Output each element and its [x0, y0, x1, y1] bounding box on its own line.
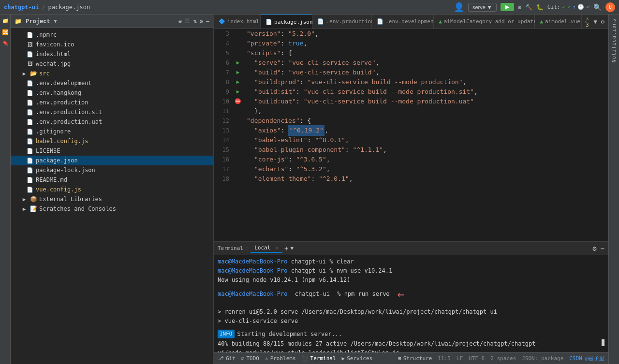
terminal-line [218, 326, 604, 330]
list-item[interactable]: 📄 README.md [11, 175, 213, 185]
git-tool-item[interactable]: ⎇ Git [218, 355, 236, 362]
list-item[interactable]: 📄 .gitignore [11, 127, 213, 136]
user-avatar-circle: U [605, 2, 615, 12]
debug-icon[interactable]: 🐛 [536, 4, 544, 11]
file-format: JSON: package [522, 355, 563, 362]
tab-env-production[interactable]: 📄 .env.production ✕ [312, 15, 372, 29]
list-item[interactable]: 📄 .env.production.sit [11, 107, 213, 117]
scratches-icon: 📝 [30, 205, 37, 212]
terminal-colon: : [245, 245, 249, 252]
sidebar-commit-icon[interactable]: 🔀 [2, 28, 8, 38]
list-item[interactable]: 📄 .env.production [11, 98, 213, 107]
terminal-dropdown-icon[interactable]: ▼ [290, 245, 294, 251]
list-item[interactable]: 🖼 wechat.jpg [11, 59, 213, 69]
list-item[interactable]: 📄 index.html [11, 49, 213, 59]
close-local-tab[interactable]: ✕ [276, 245, 279, 250]
editor-content: 3 4 5 6 7 8 9 10 11 12 13 14 15 16 17 18 [214, 29, 608, 241]
run-gutter-7[interactable]: ▶ [233, 68, 243, 77]
tab-package-json[interactable]: 📄 package.json ✕ [261, 15, 312, 29]
todo-icon: ☑ [241, 355, 245, 362]
list-item[interactable]: 📄 .env.hangkong [11, 88, 213, 98]
search-icon[interactable]: 🔍 [593, 3, 602, 11]
add-terminal-icon[interactable]: + [284, 245, 288, 252]
ext-libraries-icon: 📦 [30, 196, 37, 203]
list-item[interactable]: 🖼 favicon.ico [11, 40, 213, 49]
serve-button[interactable]: serve ▼ [468, 3, 497, 12]
run-gutter-8[interactable]: ▶ [233, 77, 243, 87]
tab-ai-model-category[interactable]: ▲ aiModelCategory-add-or-update.vue ✕ [434, 15, 535, 29]
terminal-line: > renren-ui@5.2.0 serve /Users/mac/Deskt… [218, 307, 604, 317]
tab-bar: 🔷 index.html ✕ 📄 package.json ✕ 📄 .env.p… [214, 15, 608, 29]
list-item[interactable]: 📄 package-lock.json [11, 165, 213, 175]
terminal-tool-item[interactable]: ⬛ Terminal [302, 355, 336, 362]
project-title: Project [26, 18, 50, 25]
file-icon: 📄 [26, 119, 34, 125]
env-file-icon: 📄 [317, 18, 324, 25]
tab-index-html[interactable]: 🔷 index.html ✕ [214, 15, 261, 29]
warn-gutter-10[interactable]: ⛔ [233, 97, 243, 106]
services-icon: ▶ [342, 355, 345, 362]
project-folder-icon: 📁 [15, 18, 22, 25]
indent: 2 spaces [490, 355, 516, 362]
settings-icon[interactable]: ⚙ [200, 18, 203, 25]
code-editor[interactable]: "version": "5.2.0", "private": true, "sc… [243, 29, 608, 241]
code-line: "build:uat": "vue-cli-service build --mo… [247, 97, 604, 106]
file-icon: 📄 [26, 148, 34, 154]
structure-tool-item[interactable]: ⊞ Structure [398, 355, 432, 362]
user-avatar: 👤 [454, 2, 464, 12]
tab-env-development[interactable]: 📄 .env.development ✕ [372, 15, 434, 29]
arrow-indicator: ← [398, 285, 404, 304]
services-tool-item[interactable]: ▶ Services [342, 355, 373, 362]
list-item[interactable]: 📄 .env.production.uat [11, 117, 213, 127]
terminal-settings-icon[interactable]: ⚙ [592, 245, 596, 252]
run-gutter-6[interactable]: ▶ [233, 58, 243, 68]
locate-file-icon[interactable]: ⊕ [178, 18, 182, 25]
code-line: }, [247, 106, 604, 116]
file-icon: 📄 [26, 32, 34, 38]
editor-settings-icon[interactable]: ⚙ [601, 18, 604, 25]
notifications-label: Notifications [611, 18, 617, 62]
list-item[interactable]: ▶ 📦 External Libraries [11, 194, 213, 204]
top-bar: chatgpt-ui / package.json 👤 serve ▼ ▶ ⚙ … [0, 0, 619, 15]
file-icon: 📄 [26, 138, 34, 145]
tab-list-icon[interactable]: ▼ [594, 18, 597, 25]
list-item[interactable]: 📄 .npmrc [11, 30, 213, 40]
file-icon: 🖼 [26, 61, 34, 67]
list-item[interactable]: ▶ 📝 Scratches and Consoles [11, 204, 213, 214]
file-icon: 📄 [26, 187, 34, 193]
build-icon[interactable]: 🔨 [525, 4, 532, 11]
file-icon: 📄 [26, 100, 34, 106]
tab-local[interactable]: Local ✕ [251, 244, 282, 253]
git-status: Git: ✓ ✓ ↑ 🕐 ↩ [547, 4, 590, 10]
terminal-label: Terminal [218, 245, 243, 251]
list-item[interactable]: 📄 package.json [11, 156, 213, 165]
run-gutter-9[interactable]: ▶ [233, 87, 243, 97]
vue-file-icon: ▲ [439, 18, 442, 25]
terminal-close-icon[interactable]: − [601, 245, 604, 252]
sidebar-project-icon[interactable]: 📁 [2, 16, 8, 27]
sort-icon[interactable]: ⇅ [193, 18, 196, 25]
list-item[interactable]: 📄 babel.config.js [11, 136, 213, 146]
list-item[interactable]: 📄 LICENSE [11, 146, 213, 156]
list-item[interactable]: 📄 .env.development [11, 78, 213, 88]
todo-tool-item[interactable]: ☑ TODO [241, 355, 259, 362]
run-options-icon[interactable]: ⚙ [518, 4, 521, 11]
line-ending: LF [457, 355, 463, 362]
minimize-icon[interactable]: − [206, 18, 209, 25]
warning-badge[interactable]: ⚠ 3 [586, 15, 590, 28]
terminal-panel: Terminal : Local ✕ + ▼ ⚙ − mac@MacdeM [214, 241, 608, 352]
bottom-toolbar: ⎇ Git ☑ TODO ⚠ Problems ⬛ Terminal ▶ S [214, 352, 608, 364]
cursor-position: 11:5 [438, 355, 451, 362]
tab-aimodel-vue[interactable]: ▲ aimodel.vue ✕ [535, 15, 582, 29]
collapse-all-icon[interactable]: ☰ [185, 18, 190, 25]
list-item[interactable]: ▶ 📂 src [11, 69, 213, 78]
sidebar-bookmarks-icon[interactable]: 🔖 [2, 39, 8, 49]
problems-tool-item[interactable]: ⚠ Problems [265, 355, 296, 362]
run-button[interactable]: ▶ [501, 3, 514, 11]
current-file: package.json [48, 4, 90, 11]
file-icon: 📄 [26, 80, 34, 87]
list-item[interactable]: 📄 vue.config.js [11, 185, 213, 194]
code-line: "babel-eslint": "^8.0.1", [247, 135, 604, 145]
line-numbers: 3 4 5 6 7 8 9 10 11 12 13 14 15 16 17 18 [214, 29, 233, 241]
file-icon: 📄 [26, 177, 34, 183]
